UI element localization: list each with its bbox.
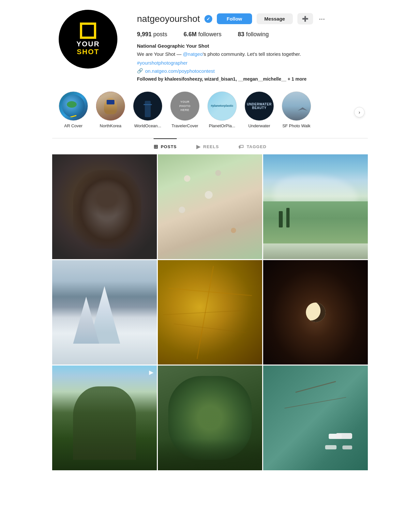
profile-info: natgeoyourshot ✓ Follow Message ➕ ··· 9,… <box>137 10 361 82</box>
followed-user-1[interactable]: khaleesifosheezy <box>165 76 202 82</box>
following-label: following <box>246 31 269 38</box>
profile-display-name: National Geographic Your Shot <box>137 43 361 49</box>
photo-3-mountain[interactable] <box>263 154 368 259</box>
photo-4-snowmtn[interactable] <box>52 260 157 365</box>
highlight-traveler-label: TravelerCover <box>172 123 198 128</box>
tab-reels[interactable]: ▶ REELS <box>196 138 219 154</box>
followed-user-2[interactable]: wizard_bisan1 <box>204 76 236 82</box>
bio-natgeo-link[interactable]: @natgeo <box>183 51 203 57</box>
tab-posts-label: POSTS <box>161 144 177 149</box>
reels-icon: ▶ <box>196 144 201 150</box>
photo-9-aerial[interactable] <box>263 366 368 470</box>
message-button[interactable]: Message <box>257 13 293 24</box>
bio-hashtag-link[interactable]: #yourshotphotographer <box>137 60 188 66</box>
bio-text-2: 's photo community. Let's tell stories t… <box>203 51 301 57</box>
followed-by-prefix: Followed by <box>137 76 165 82</box>
following-stat[interactable]: 83 following <box>238 31 269 38</box>
posts-label: posts <box>153 31 167 38</box>
posts-count: 9,991 <box>137 31 152 38</box>
tagged-icon: 🏷 <box>238 144 244 150</box>
highlight-northkorea[interactable]: NorthKorea <box>96 91 125 128</box>
followed-by-more[interactable]: + 1 more <box>288 76 307 82</box>
follow-button[interactable]: Follow <box>217 13 252 24</box>
highlight-worldocean[interactable]: WorldOcean... <box>133 91 162 128</box>
highlight-nk-label: NorthKorea <box>100 123 121 128</box>
tab-tagged-label: TAGGED <box>247 144 266 149</box>
avatar-text-your: YOUR <box>76 40 100 48</box>
photo-2-flowers[interactable] <box>158 154 262 259</box>
profile-header: YOUR SHOT natgeoyourshot ✓ Follow Messag… <box>52 0 368 88</box>
username: natgeoyourshot <box>137 14 200 24</box>
link-icon: 🔗 <box>137 68 143 74</box>
photo-6-eclipse[interactable] <box>263 260 368 365</box>
photo-8-forest[interactable] <box>158 366 262 470</box>
profile-website-link[interactable]: 🔗 on.natgeo.com/poyphotocontest <box>137 68 361 74</box>
highlight-planetorplastic[interactable]: #planetorplastic PlanetOrPla... <box>207 91 237 128</box>
profile-hashtag: #yourshotphotographer <box>137 59 361 67</box>
photo-7-trees[interactable]: ▶ <box>52 366 157 470</box>
avatar: YOUR SHOT <box>59 10 117 69</box>
add-person-button[interactable]: ➕ <box>297 13 313 24</box>
highlight-ar-label: AR Cover <box>64 123 82 128</box>
bio-text-1: We are Your Shot — <box>137 51 183 57</box>
website-url: on.natgeo.com/poyphotocontest <box>145 68 215 74</box>
followed-by-users: khaleesifosheezy, wizard_bisan1, __megan… <box>165 76 286 82</box>
tab-posts[interactable]: ⊞ POSTS <box>154 138 177 154</box>
highlight-ar-cover[interactable]: AR Cover <box>59 91 88 128</box>
highlight-underwater-label: Underwater <box>248 123 270 128</box>
photo-1-bear[interactable] <box>52 154 157 259</box>
username-row: natgeoyourshot ✓ Follow Message ➕ ··· <box>137 13 361 24</box>
followers-count: 6.6M <box>184 31 197 38</box>
tab-reels-label: REELS <box>203 144 219 149</box>
highlights-section: AR Cover NorthKorea WorldOcean.. <box>52 88 368 138</box>
highlight-underwater[interactable]: UNDERWATERBEAUTY Underwater <box>245 91 274 128</box>
highlight-planet-label: PlanetOrPla... <box>209 123 235 128</box>
photo-5-leaf[interactable] <box>158 260 262 365</box>
posts-stat[interactable]: 9,991 posts <box>137 31 167 38</box>
tab-tagged[interactable]: 🏷 TAGGED <box>238 138 266 154</box>
followed-user-3[interactable]: __megan__michelle__ <box>238 76 286 82</box>
followed-by: Followed by khaleesifosheezy, wizard_bis… <box>137 76 361 82</box>
followers-stat[interactable]: 6.6M followers <box>184 31 221 38</box>
highlight-sf-label: SF Photo Walk <box>282 123 310 128</box>
profile-bio: We are Your Shot — @natgeo's photo commu… <box>137 51 361 58</box>
avatar-text-shot: SHOT <box>77 48 99 56</box>
posts-icon: ⊞ <box>154 144 158 150</box>
more-button[interactable]: ··· <box>318 15 326 23</box>
highlights-row: AR Cover NorthKorea WorldOcean.. <box>59 91 361 132</box>
tabs-section: ⊞ POSTS ▶ REELS 🏷 TAGGED <box>52 138 368 154</box>
verified-badge: ✓ <box>204 15 212 23</box>
stats-row: 9,991 posts 6.6M followers 83 following <box>137 31 361 38</box>
video-play-icon: ▶ <box>149 369 154 376</box>
photo-grid: ▶ <box>52 154 368 470</box>
highlights-next-button[interactable]: › <box>354 107 365 117</box>
highlight-ocean-label: WorldOcean... <box>134 123 161 128</box>
following-count: 83 <box>238 31 244 38</box>
highlight-travelercover[interactable]: YOUR PHOTO HERE TravelerCover <box>170 91 200 128</box>
highlight-sfphotowalk[interactable]: SF Photo Walk <box>282 91 311 128</box>
followers-label: followers <box>198 31 221 38</box>
